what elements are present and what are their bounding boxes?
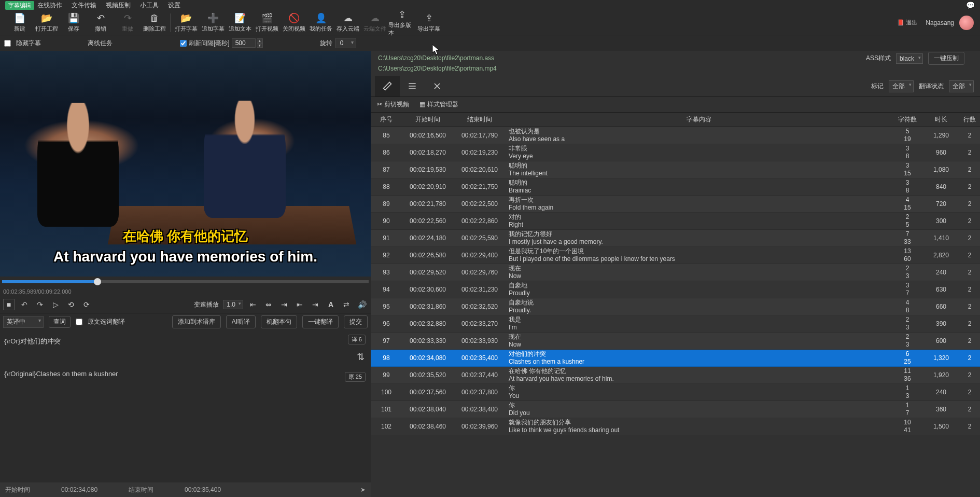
tab-edit-icon[interactable] — [375, 76, 400, 96]
tool-row: ✂ 剪切视频 ▦ 样式管理器 — [371, 97, 980, 113]
send-icon[interactable]: ➤ — [360, 486, 366, 493]
table-row[interactable]: 8500:02:16,50000:02:17,790也被认为是Also have… — [371, 127, 980, 144]
right-pane: C:\Users\zcg20\Desktop\file2\portman.ass… — [371, 51, 980, 497]
mark-in-icon[interactable]: ⇤ — [294, 299, 305, 310]
mark-out-icon[interactable]: ⇥ — [310, 299, 321, 310]
append-text-button[interactable]: 📝追加文本 — [227, 11, 254, 34]
ass-style-select[interactable]: black — [896, 53, 923, 64]
lookup-button[interactable]: 查词 — [49, 316, 71, 328]
skip-fwd-icon[interactable]: ↷ — [34, 299, 46, 310]
menubar: 字幕编辑 在线协作 文件传输 视频压制 小工具 设置 💬 — [0, 0, 980, 10]
one-click-translate-button[interactable]: 一键翻译 — [302, 315, 339, 328]
refresh-label: 刷新间隔[毫秒] — [189, 39, 230, 48]
refresh-checkbox[interactable] — [180, 40, 187, 47]
time-end-label: 结束时间 — [129, 486, 153, 494]
table-row[interactable]: 8900:02:21,78000:02:22,500再折一次Fold them … — [371, 196, 980, 213]
open-video-button[interactable]: 🎬打开视频 — [254, 11, 281, 34]
speed-select[interactable]: 1.0 — [223, 300, 243, 309]
volume-icon[interactable]: 🔊 — [356, 299, 368, 310]
lang-select[interactable]: 英译中 — [3, 316, 44, 328]
table-row[interactable]: 8600:02:18,27000:02:19,230非常眼Very eye389… — [371, 144, 980, 161]
edit-line-cn[interactable]: {\rOr}对他们的冲突 — [4, 334, 367, 349]
menu-tag: 字幕编辑 — [5, 1, 34, 10]
table-row[interactable]: 10200:02:38,46000:02:39,960就像我们的朋友们分享Lik… — [371, 418, 980, 435]
redo-button[interactable]: ↷重做 — [114, 11, 141, 34]
cut-video-button[interactable]: ✂ 剪切视频 — [377, 100, 409, 109]
compress-button[interactable]: 一键压制 — [928, 52, 964, 65]
table-row[interactable]: 9800:02:34,08000:02:35,400对他们的冲突Clashes … — [371, 350, 980, 367]
add-subtitle-button[interactable]: ➕追加字幕 — [200, 11, 227, 34]
menu-compress[interactable]: 视频压制 — [106, 1, 131, 10]
toolbar: 📄新建📂打开工程💾保存↶撤销↷重做🗑删除工程📂打开字幕➕追加字幕📝追加文本🎬打开… — [0, 10, 980, 35]
export-subtitle-button[interactable]: ⇪导出字幕 — [415, 11, 442, 34]
undo-button[interactable]: ↶撤销 — [87, 11, 114, 34]
export-multi-button[interactable]: ⇪导出多版本 — [388, 11, 415, 34]
edit-line-en[interactable]: {\rOriginal}Clashes on them a kushner — [4, 367, 367, 381]
loop-back-icon[interactable]: ⟲ — [65, 299, 77, 310]
table-row[interactable]: 8800:02:20,91000:02:21,750聪明的Brainiac388… — [371, 178, 980, 196]
table-row[interactable]: 9100:02:24,18000:02:25,590我的记忆力很好I mostl… — [371, 230, 980, 247]
align-center-icon[interactable]: ⇔ — [263, 299, 274, 310]
player-controls: ■ ↶ ↷ ▷ ⟲ ⟳ 变速播放 1.0 ⇤ ⇔ ⇥ ⇤ ⇥ A ⇄ 🔊 — [0, 296, 371, 313]
table-row[interactable]: 9600:02:32,88000:02:33,270我是I'm233902 — [371, 315, 980, 333]
my-tasks-button[interactable]: 👤我的任务 — [307, 11, 334, 34]
add-glossary-button[interactable]: 添加到术语库 — [172, 315, 221, 328]
table-row[interactable]: 9400:02:30,60000:02:31,230自豪地Proudly3763… — [371, 281, 980, 298]
seek-bar[interactable] — [2, 280, 369, 283]
orig-trans-label: 原文选词翻译 — [88, 317, 125, 326]
table-row[interactable]: 10000:02:37,56000:02:37,800你You132402 — [371, 384, 980, 401]
delete-project-button[interactable]: 🗑删除工程 — [141, 11, 168, 34]
open-subtitle-button[interactable]: 📂打开字幕 — [173, 11, 200, 34]
orig-trans-checkbox[interactable] — [76, 319, 82, 325]
table-row[interactable]: 10100:02:38,04000:02:38,400你Did you17360… — [371, 401, 980, 418]
rotate-select[interactable]: 0 — [335, 38, 356, 48]
trans-status-select[interactable]: 全部 — [949, 80, 974, 92]
edit-area: {\rOr}对他们的冲突 译 6 ⇅ {\rOriginal}Clashes o… — [0, 330, 371, 482]
avatar[interactable] — [959, 16, 974, 30]
time-end-value[interactable]: 00:02:35,400 — [185, 486, 221, 493]
mt-sentence-button[interactable]: 机翻本句 — [261, 315, 297, 328]
table-row[interactable]: 9000:02:22,56000:02:22,860对的Right253002 — [371, 213, 980, 230]
align-left-icon[interactable]: ⇤ — [247, 299, 259, 310]
swap-icon[interactable]: ⇄ — [341, 299, 352, 310]
subtitle-cn: 在哈佛 你有他的记忆 — [0, 227, 371, 245]
submit-button[interactable]: 提交 — [344, 315, 368, 328]
menu-transfer[interactable]: 文件传输 — [72, 1, 96, 10]
tab-tools-icon[interactable] — [425, 76, 450, 96]
table-row[interactable]: 9200:02:26,58000:02:29,400但是我玩了10年的一个困境B… — [371, 247, 980, 264]
save-button[interactable]: 💾保存 — [60, 11, 87, 34]
loop-fwd-icon[interactable]: ⟳ — [81, 299, 92, 310]
table-row[interactable]: 9700:02:33,33000:02:33,930现在Now236002 — [371, 333, 980, 350]
cloud-file-button[interactable]: ☁云端文件 — [361, 11, 388, 34]
table-row[interactable]: 9500:02:31,86000:02:32,520自豪地说Proudly.48… — [371, 298, 980, 315]
table-row[interactable]: 9300:02:29,52000:02:29,760现在Now232402 — [371, 264, 980, 281]
hide-subtitle-checkbox[interactable] — [4, 40, 11, 47]
refresh-spinner[interactable]: ▲▼ — [257, 38, 263, 48]
table-row[interactable]: 9900:02:35,52000:02:37,440在哈佛 你有他的记忆At h… — [371, 367, 980, 384]
stop-icon[interactable]: ■ — [3, 299, 15, 310]
swap-lines-icon[interactable]: ⇅ — [357, 351, 365, 363]
badge-orig: 原 25 — [345, 372, 366, 382]
menu-tools[interactable]: 小工具 — [140, 1, 159, 10]
font-icon[interactable]: A — [325, 299, 337, 310]
refresh-value[interactable]: 500 — [232, 38, 256, 48]
menu-collab[interactable]: 在线协作 — [37, 1, 62, 10]
align-right-icon[interactable]: ⇥ — [278, 299, 290, 310]
play-icon[interactable]: ▷ — [50, 299, 61, 310]
time-start-value[interactable]: 00:02:34,080 — [61, 486, 97, 493]
skip-back-icon[interactable]: ↶ — [19, 299, 30, 310]
open-project-button[interactable]: 📂打开工程 — [33, 11, 60, 34]
logout-button[interactable]: 📕 退出 — [894, 18, 920, 27]
tab-list-icon[interactable] — [400, 76, 425, 96]
notification-icon[interactable]: 💬 — [966, 1, 975, 9]
style-manager-button[interactable]: ▦ 样式管理器 — [419, 100, 458, 109]
new-button[interactable]: 📄新建 — [6, 11, 33, 34]
offline-task-label[interactable]: 离线任务 — [88, 39, 113, 48]
save-cloud-button[interactable]: ☁存入云端 — [334, 11, 361, 34]
menu-settings[interactable]: 设置 — [168, 1, 180, 10]
video-preview[interactable]: 在哈佛 你有他的记忆 At harvard you have memories … — [0, 51, 371, 277]
mark-select[interactable]: 全部 — [889, 80, 914, 92]
ai-listen-button[interactable]: AI听译 — [226, 315, 256, 328]
close-video-button[interactable]: 🚫关闭视频 — [281, 11, 307, 34]
table-row[interactable]: 8700:02:19,53000:02:20,610聪明的The intelli… — [371, 161, 980, 178]
